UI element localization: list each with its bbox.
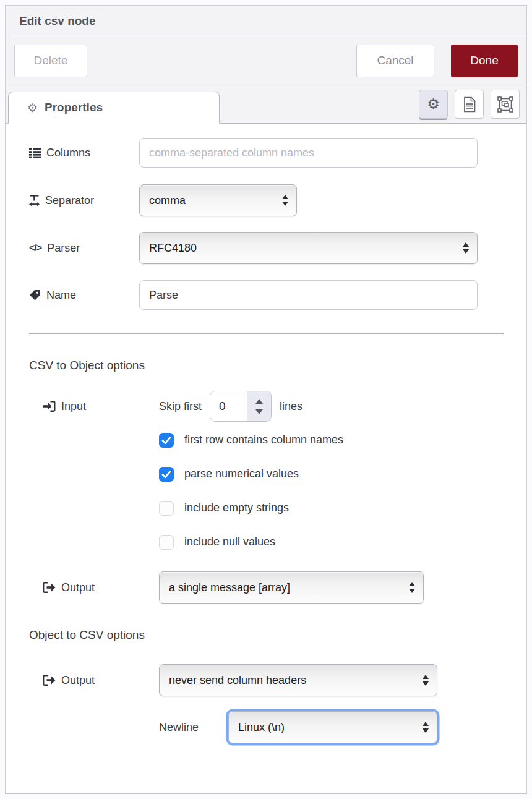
- columns-input[interactable]: [139, 138, 478, 168]
- lines-text: lines: [280, 400, 302, 413]
- output-label: Output: [29, 674, 159, 687]
- object-to-csv-title: Object to CSV options: [29, 628, 504, 642]
- name-label-text: Name: [46, 289, 76, 302]
- output-label: Output: [29, 581, 159, 594]
- code-icon: </>: [29, 242, 41, 254]
- spinner-down-icon[interactable]: [255, 409, 263, 414]
- gear-icon: ⚙: [427, 97, 440, 111]
- parser-label-text: Parser: [47, 242, 80, 255]
- input-label-text: Input: [61, 400, 86, 413]
- properties-form: Columns Separator: [6, 124, 526, 793]
- parser-value: RFC4180: [149, 242, 197, 255]
- skip-lines-input[interactable]: [210, 391, 247, 421]
- input-row: Input Skip first lines: [29, 391, 504, 422]
- appearance-button[interactable]: [491, 90, 520, 119]
- columns-label: Columns: [29, 147, 139, 160]
- gear-icon: ⚙: [27, 102, 38, 114]
- csv-output-select[interactable]: a single message [array]: [159, 571, 424, 604]
- obj-output-select[interactable]: never send column headers: [159, 664, 437, 696]
- separator-select[interactable]: comma: [139, 184, 297, 216]
- parser-row: </> Parser RFC4180: [29, 232, 504, 264]
- skip-lines-spinner: [210, 391, 272, 422]
- description-button[interactable]: [455, 90, 484, 119]
- name-row: Name: [29, 280, 504, 310]
- select-arrows-icon: [423, 675, 429, 686]
- text-width-icon: [29, 195, 40, 207]
- output-label-text: Output: [61, 581, 95, 594]
- separator-label: Separator: [29, 194, 139, 207]
- checkbox-row-null-values: include null values: [159, 534, 504, 550]
- cancel-button[interactable]: Cancel: [356, 45, 434, 77]
- appearance-icon: [497, 96, 513, 113]
- output-label-text: Output: [61, 674, 95, 687]
- checkbox-label[interactable]: first row contains column names: [184, 434, 343, 446]
- spinner-up-icon[interactable]: [255, 399, 263, 404]
- csv-output-value: a single message [array]: [169, 581, 290, 594]
- properties-gear-button[interactable]: ⚙: [419, 90, 448, 119]
- newline-select[interactable]: Linux (\n): [228, 711, 437, 743]
- section-divider: [29, 333, 504, 334]
- select-arrows-icon: [282, 195, 288, 206]
- separator-label-text: Separator: [45, 194, 94, 207]
- newline-row: Newline Linux (\n): [159, 711, 504, 743]
- sign-out-icon: [43, 675, 56, 686]
- select-arrows-icon: [409, 582, 415, 593]
- checkbox-label[interactable]: parse numerical values: [184, 468, 299, 481]
- name-label: Name: [29, 289, 139, 302]
- first-row-checkbox[interactable]: [159, 433, 174, 448]
- delete-button[interactable]: Delete: [14, 45, 87, 77]
- editor-tabbar: ⚙ Properties ⚙: [6, 85, 526, 124]
- separator-row: Separator comma: [29, 184, 504, 216]
- done-button[interactable]: Done: [451, 45, 518, 77]
- name-input[interactable]: [139, 280, 478, 310]
- skip-first-text: Skip first: [159, 400, 202, 413]
- null-values-checkbox[interactable]: [159, 535, 174, 550]
- empty-strings-checkbox[interactable]: [159, 501, 174, 516]
- tag-icon: [29, 289, 41, 301]
- dialog-toolbar: Delete Cancel Done: [6, 36, 526, 85]
- csv-output-row: Output a single message [array]: [29, 571, 504, 604]
- checkbox-row-empty-strings: include empty strings: [159, 500, 504, 516]
- checkbox-row-first-row: first row contains column names: [159, 432, 504, 448]
- edit-csv-node-dialog: Edit csv node Delete Cancel Done ⚙ Prope…: [0, 0, 532, 799]
- parser-label: </> Parser: [29, 242, 139, 255]
- checkbox-label[interactable]: include empty strings: [184, 502, 289, 515]
- newline-value: Linux (\n): [238, 721, 285, 734]
- list-icon: [29, 148, 41, 158]
- separator-value: comma: [149, 194, 186, 207]
- csv-options-checkboxes: first row contains column names parse nu…: [29, 432, 504, 550]
- input-label: Input: [29, 400, 159, 413]
- tab-properties-label: Properties: [45, 101, 103, 114]
- sign-in-icon: [43, 401, 56, 412]
- tab-properties[interactable]: ⚙ Properties: [8, 92, 220, 124]
- parse-numeric-checkbox[interactable]: [159, 467, 174, 482]
- columns-row: Columns: [29, 138, 504, 168]
- columns-label-text: Columns: [46, 147, 90, 160]
- dialog-panel: Edit csv node Delete Cancel Done ⚙ Prope…: [5, 5, 527, 794]
- parser-select[interactable]: RFC4180: [139, 232, 478, 264]
- newline-label: Newline: [159, 721, 228, 734]
- dialog-header: Edit csv node: [6, 6, 526, 36]
- checkbox-label[interactable]: include null values: [184, 536, 275, 549]
- obj-output-value: never send column headers: [169, 674, 306, 687]
- description-icon: [462, 96, 477, 113]
- spinner-arrows[interactable]: [247, 391, 271, 421]
- editor-tab-buttons: ⚙: [419, 90, 520, 119]
- csv-to-object-title: CSV to Object options: [29, 359, 504, 372]
- checkbox-row-parse-numeric: parse numerical values: [159, 466, 504, 482]
- dialog-title: Edit csv node: [19, 14, 96, 28]
- sign-out-icon: [43, 582, 56, 593]
- select-arrows-icon: [423, 722, 429, 733]
- select-arrows-icon: [463, 242, 469, 254]
- obj-output-row: Output never send column headers: [29, 664, 504, 696]
